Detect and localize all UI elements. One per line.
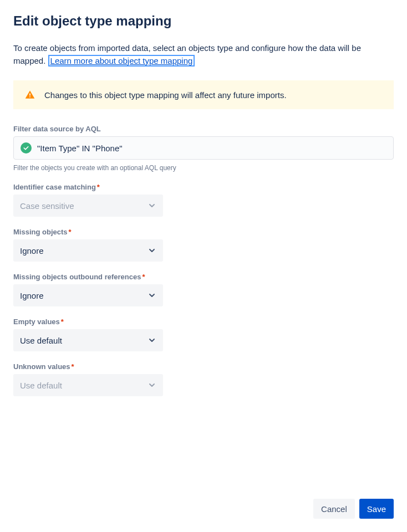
- label-text: Identifier case matching: [13, 183, 96, 191]
- required-indicator: *: [142, 273, 145, 281]
- learn-more-link[interactable]: Learn more about object type mapping: [48, 55, 195, 66]
- empty-values-label: Empty values*: [13, 318, 394, 326]
- label-text: Unknown values: [13, 362, 70, 371]
- aql-value: "Item Type" IN "Phone": [37, 144, 123, 153]
- missing-objects-select[interactable]: Ignore: [13, 239, 163, 262]
- identifier-case-select[interactable]: Case sensitive: [13, 195, 163, 217]
- label-text: Missing objects outbound references: [13, 273, 141, 281]
- select-value: Case sensitive: [20, 201, 74, 211]
- unknown-values-select[interactable]: Use default: [13, 374, 163, 396]
- unknown-values-label: Unknown values*: [13, 362, 394, 371]
- svg-rect-1: [29, 96, 30, 98]
- aql-label: Filter data source by AQL: [13, 125, 394, 133]
- aql-hint: Filter the objects you create with an op…: [13, 164, 394, 172]
- label-text: Empty values: [13, 318, 60, 326]
- select-value: Use default: [20, 336, 62, 345]
- checkmark-icon: [21, 142, 32, 154]
- identifier-case-label: Identifier case matching*: [13, 183, 394, 191]
- cancel-button[interactable]: Cancel: [313, 499, 355, 519]
- chevron-down-icon: [147, 201, 156, 210]
- required-indicator: *: [72, 362, 74, 371]
- missing-outbound-label: Missing objects outbound references*: [13, 273, 394, 281]
- chevron-down-icon: [147, 336, 156, 345]
- required-indicator: *: [97, 183, 100, 191]
- warning-icon: [24, 89, 35, 100]
- chevron-down-icon: [147, 381, 156, 390]
- empty-values-select[interactable]: Use default: [13, 329, 163, 351]
- missing-outbound-select[interactable]: Ignore: [13, 284, 163, 306]
- intro-text: To create objects from imported data, se…: [13, 42, 394, 67]
- svg-rect-0: [29, 94, 30, 96]
- page-title: Edit object type mapping: [13, 13, 394, 29]
- warning-banner: Changes to this object type mapping will…: [13, 80, 394, 109]
- chevron-down-icon: [147, 246, 156, 255]
- aql-filter-input[interactable]: "Item Type" IN "Phone": [13, 136, 394, 160]
- required-indicator: *: [69, 228, 72, 236]
- missing-objects-label: Missing objects*: [13, 228, 394, 236]
- chevron-down-icon: [147, 291, 156, 300]
- select-value: Ignore: [20, 246, 44, 255]
- save-button[interactable]: Save: [359, 499, 394, 519]
- warning-text: Changes to this object type mapping will…: [44, 90, 287, 100]
- label-text: Missing objects: [13, 228, 68, 236]
- select-value: Use default: [20, 381, 62, 390]
- required-indicator: *: [61, 318, 64, 326]
- footer-actions: Cancel Save: [313, 499, 394, 519]
- select-value: Ignore: [20, 291, 44, 300]
